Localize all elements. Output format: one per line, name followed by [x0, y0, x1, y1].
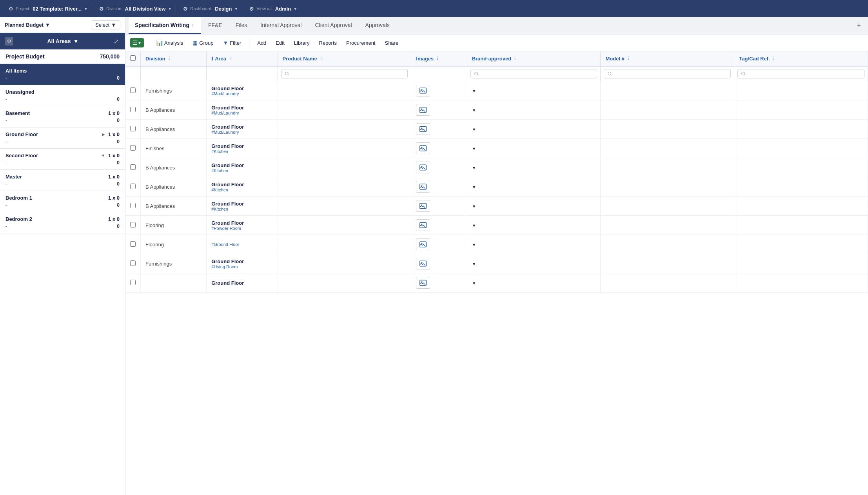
col-sort-icon[interactable]: ⋮: [319, 56, 323, 61]
row-checkbox[interactable]: [130, 164, 136, 170]
sidebar-item-name: Bedroom 1: [5, 195, 32, 201]
row-checkbox[interactable]: [130, 87, 136, 93]
search-input-tag/cadref.[interactable]: [737, 69, 864, 78]
brand-approved-dropdown-arrow[interactable]: ▼: [472, 146, 476, 151]
image-placeholder[interactable]: +: [416, 200, 430, 212]
brand-approved-dropdown-arrow[interactable]: ▼: [472, 108, 476, 113]
sidebar-item-basement[interactable]: Basement1 x 0: [0, 106, 125, 117]
viewas-segment[interactable]: ⚙ View as: Admin ▼: [245, 4, 301, 13]
col-sort-icon[interactable]: ⋮: [435, 56, 439, 61]
sidebar-item-bedroom-2[interactable]: Bedroom 21 x 0: [0, 212, 125, 223]
tab-files[interactable]: Files: [229, 17, 254, 34]
select-all-checkbox[interactable]: [130, 55, 136, 61]
col-sort-icon[interactable]: ⋮: [772, 56, 776, 61]
image-placeholder[interactable]: +: [416, 258, 430, 269]
add-button[interactable]: Add: [253, 38, 270, 48]
image-placeholder[interactable]: +: [416, 142, 430, 154]
expand-sidebar-icon[interactable]: ⤢: [113, 37, 120, 45]
search-input-productname[interactable]: [281, 69, 408, 78]
image-placeholder[interactable]: +: [416, 181, 430, 193]
row-checkbox[interactable]: [130, 260, 136, 266]
col-sort-icon[interactable]: ⋮: [626, 56, 630, 61]
procurement-button[interactable]: Procurement: [342, 38, 379, 48]
row-checkbox[interactable]: [130, 126, 136, 131]
planned-budget-button[interactable]: Planned Budget ▼: [5, 22, 50, 28]
filter-button[interactable]: ▼ Filter: [219, 38, 245, 48]
row-checkbox[interactable]: [130, 184, 136, 189]
sidebar-item-ground-floor[interactable]: Ground Floor▶1 x 0: [0, 127, 125, 138]
image-placeholder[interactable]: +: [416, 238, 430, 250]
brand-approved-dropdown-arrow[interactable]: ▼: [472, 127, 476, 132]
division-gear-icon[interactable]: ⚙: [99, 6, 104, 12]
brand-approved-cell: ▼: [467, 254, 601, 273]
brand-approved-dropdown-arrow[interactable]: ▼: [472, 223, 476, 228]
sidebar-gear-icon[interactable]: ⚙: [5, 37, 13, 45]
dashboard-gear-icon[interactable]: ⚙: [183, 6, 188, 12]
library-button[interactable]: Library: [290, 38, 314, 48]
row-checkbox[interactable]: [130, 280, 136, 285]
share-button[interactable]: Share: [381, 38, 402, 48]
brand-approved-dropdown-arrow[interactable]: ▼: [472, 185, 476, 189]
viewas-gear-icon[interactable]: ⚙: [249, 6, 254, 12]
sidebar-item-name: Master: [5, 174, 22, 180]
row-checkbox[interactable]: [130, 203, 136, 208]
list-view-button[interactable]: ☰ ▼: [130, 38, 144, 47]
edit-button[interactable]: Edit: [272, 38, 288, 48]
row-checkbox[interactable]: [130, 222, 136, 227]
sidebar-item-all-items[interactable]: All Items: [0, 64, 125, 75]
sidebar-item-unassigned[interactable]: Unassigned: [0, 85, 125, 96]
row-checkbox[interactable]: [130, 241, 136, 247]
tab-client-approval[interactable]: Client Approval: [309, 17, 358, 34]
tab-ffe[interactable]: FF&E: [202, 17, 229, 34]
reports-button[interactable]: Reports: [315, 38, 341, 48]
area-cell: Ground Floor: [207, 273, 278, 293]
brand-approved-dropdown-arrow[interactable]: ▼: [472, 166, 476, 170]
dashboard-segment[interactable]: ⚙ Dashboard: Design ▼: [179, 4, 242, 13]
image-placeholder[interactable]: +: [416, 162, 430, 173]
col-label: Model #: [605, 56, 624, 62]
brand-approved-dropdown-arrow[interactable]: ▼: [472, 262, 476, 266]
analysis-button[interactable]: 📊 Analysis: [152, 38, 187, 48]
sidebar-item-master[interactable]: Master1 x 0: [0, 170, 125, 180]
tab-approvals[interactable]: Approvals: [359, 17, 396, 34]
brand-approved-dropdown-arrow[interactable]: ▼: [472, 204, 476, 209]
image-placeholder[interactable]: +: [416, 123, 430, 135]
sidebar-sub-label: -: [5, 181, 7, 187]
group-button[interactable]: ▦ Group: [189, 38, 217, 48]
col-sort-icon[interactable]: ⋮: [228, 56, 232, 61]
search-input-model#[interactable]: [604, 69, 731, 78]
project-segment[interactable]: ⚙ Project: 02 Template: River... ▼: [5, 4, 92, 13]
tab-internal-approval[interactable]: Internal Approval: [254, 17, 308, 34]
reports-label: Reports: [319, 40, 337, 46]
image-placeholder[interactable]: +: [416, 219, 430, 231]
add-tab-button[interactable]: +: [853, 18, 865, 33]
brand-approved-dropdown-arrow[interactable]: ▼: [472, 89, 476, 93]
all-areas-caret[interactable]: ▼: [73, 38, 79, 44]
row-checkbox[interactable]: [130, 107, 136, 112]
row-checkbox[interactable]: [130, 145, 136, 151]
sidebar-item-second-floor[interactable]: Second Floor▼1 x 0: [0, 149, 125, 159]
tab-specification-writing[interactable]: Specification Writing⋮: [129, 17, 201, 34]
dashboard-caret[interactable]: ▼: [234, 7, 238, 11]
division-segment[interactable]: ⚙ Division: All Division View ▼: [95, 4, 176, 13]
image-placeholder[interactable]: +: [416, 104, 430, 116]
division-caret[interactable]: ▼: [168, 7, 172, 11]
select-button[interactable]: Select ▼: [91, 20, 120, 29]
chevron-icon[interactable]: ▼: [101, 153, 105, 158]
image-placeholder[interactable]: +: [416, 85, 430, 96]
col-sort-icon[interactable]: ⋮: [513, 56, 517, 61]
viewas-caret[interactable]: ▼: [293, 7, 297, 11]
brand-approved-dropdown-arrow[interactable]: ▼: [472, 242, 476, 247]
project-gear-icon[interactable]: ⚙: [9, 6, 13, 12]
search-input-brand-approved[interactable]: [470, 69, 597, 78]
sidebar-sub-label: -: [5, 96, 7, 102]
image-placeholder[interactable]: +: [416, 277, 430, 289]
info-icon: ℹ: [211, 56, 213, 62]
project-caret[interactable]: ▼: [84, 7, 88, 11]
col-label: Tag/Cad Ref.: [739, 56, 770, 62]
col-sort-icon[interactable]: ⋮: [167, 56, 171, 61]
sidebar-item-bedroom-1[interactable]: Bedroom 11 x 0: [0, 191, 125, 202]
chevron-icon[interactable]: ▶: [102, 132, 105, 136]
product-name-cell: [278, 216, 411, 235]
brand-approved-dropdown-arrow[interactable]: ▼: [472, 281, 476, 286]
